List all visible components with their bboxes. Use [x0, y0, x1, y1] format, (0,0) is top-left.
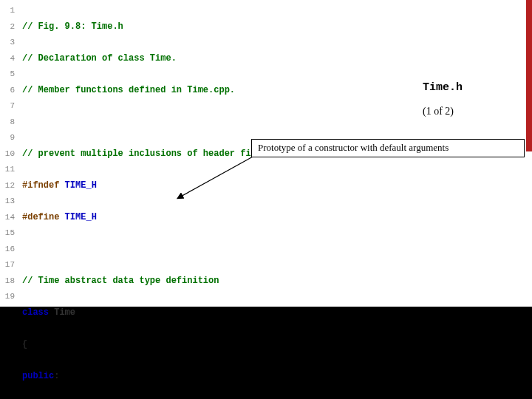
code-line: [22, 242, 532, 258]
line-number-gutter: 1 2 3 4 5 6 7 8 9 10 11 12 13 14 15 16 1…: [0, 0, 18, 307]
line-number: 5: [0, 66, 18, 83]
line-number: 17: [0, 257, 18, 273]
line-number: 16: [0, 242, 18, 258]
code-line: // Declaration of class Time.: [22, 51, 532, 67]
line-number: 14: [0, 210, 18, 226]
line-number: 1: [0, 3, 18, 19]
line-number: 15: [0, 225, 18, 242]
line-number: 19: [0, 289, 18, 305]
line-number: 3: [0, 35, 18, 51]
line-number: 7: [0, 98, 18, 115]
line-number: 8: [0, 115, 18, 131]
code-line: #define TIME_H: [22, 210, 532, 226]
line-number: 12: [0, 178, 18, 194]
callout-box: Prototype of a constructor with default …: [251, 139, 525, 157]
file-title-box: Time.h (1 of 2): [418, 78, 523, 123]
file-name-label: Time.h: [423, 81, 519, 94]
code-line: public:: [22, 369, 532, 385]
line-number: 10: [0, 146, 18, 163]
line-number: 11: [0, 162, 18, 178]
code-line: {: [22, 337, 532, 353]
code-line: // Fig. 9.8: Time.h: [22, 19, 532, 35]
code-line: class Time: [22, 305, 532, 321]
line-number: 13: [0, 194, 18, 210]
pager-label: (1 of 2): [423, 106, 519, 117]
line-number: 4: [0, 51, 18, 67]
code-line: #ifndef TIME_H: [22, 178, 532, 194]
code-line: // Time abstract data type definition: [22, 273, 532, 290]
callout-text: Prototype of a constructor with default …: [258, 142, 449, 153]
line-number: 9: [0, 130, 18, 146]
line-number: 6: [0, 83, 18, 99]
line-number: 2: [0, 19, 18, 35]
line-number: 18: [0, 273, 18, 290]
slide-accent-bar: [526, 0, 532, 151]
